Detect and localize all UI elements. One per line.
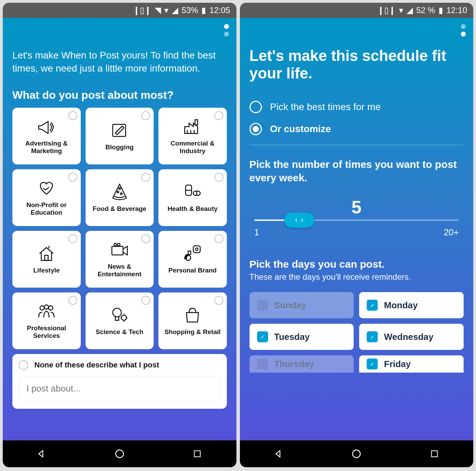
- day-monday[interactable]: ✓Monday: [359, 292, 464, 318]
- category-card-bulb-gear[interactable]: Science & Tech: [86, 292, 154, 349]
- people-icon: [36, 302, 57, 321]
- option-auto[interactable]: Pick the best times for me: [250, 101, 464, 113]
- category-card-megaphone[interactable]: Advertising & Marketing: [12, 108, 81, 164]
- svg-rect-7: [45, 255, 48, 260]
- svg-point-2: [117, 191, 119, 193]
- category-label: Blogging: [106, 143, 134, 151]
- slider-thumb[interactable]: ‹ ›: [284, 213, 314, 228]
- svg-point-15: [44, 305, 49, 310]
- intro-text: Let's make When to Post yours! To find t…: [12, 49, 227, 75]
- svg-point-18: [121, 315, 126, 320]
- day-wednesday[interactable]: ✓Wednesday: [359, 324, 464, 350]
- day-label: Tuesday: [274, 332, 310, 342]
- day-checkbox[interactable]: ✓: [257, 331, 268, 342]
- category-card-camera[interactable]: News & Entertainment: [86, 231, 154, 288]
- day-tuesday[interactable]: ✓Tuesday: [250, 324, 354, 350]
- category-label: Lifestyle: [33, 267, 60, 274]
- category-radio[interactable]: [214, 234, 223, 243]
- none-card[interactable]: None of these describe what I post: [12, 354, 227, 409]
- android-navbar: [240, 440, 474, 467]
- day-checkbox[interactable]: ✓: [367, 331, 378, 342]
- page-dot-1: [461, 24, 466, 29]
- days-caption: These are the days you'll receive remind…: [250, 272, 464, 282]
- category-radio[interactable]: [141, 296, 150, 305]
- battery-text: 52 %: [416, 6, 435, 15]
- category-radio[interactable]: [214, 173, 223, 182]
- social-icon: [182, 244, 203, 263]
- category-radio[interactable]: [141, 111, 150, 120]
- signal-icon: ◢: [407, 6, 413, 15]
- custom-topic-input[interactable]: [19, 376, 221, 401]
- category-card-pills[interactable]: Health & Beauty: [158, 169, 227, 226]
- day-label: Monday: [384, 300, 418, 311]
- page-indicator: [224, 24, 229, 36]
- category-card-pencil-square[interactable]: Blogging: [86, 108, 154, 164]
- svg-point-19: [116, 450, 124, 458]
- category-label: Science & Tech: [96, 328, 143, 336]
- category-card-people[interactable]: Professional Services: [12, 292, 81, 349]
- days-grid: Sunday✓Monday✓Tuesday✓WednesdayThursday✓…: [250, 292, 464, 373]
- category-card-factory[interactable]: Commercial & Industry: [158, 108, 227, 164]
- status-bar: ❙▯❙ ▾ ◢ 52 % ▮ 12:10: [240, 3, 474, 18]
- factory-icon: [182, 117, 203, 136]
- status-bar: ❙▯❙ ◥ ▾ ◢ 53% ▮ 12:05: [3, 3, 236, 18]
- home-button[interactable]: [113, 448, 126, 460]
- bulb-gear-icon: [109, 306, 130, 325]
- day-checkbox[interactable]: [257, 358, 268, 370]
- day-checkbox[interactable]: [257, 300, 268, 311]
- day-thursday[interactable]: Thursday: [250, 355, 354, 373]
- day-checkbox[interactable]: ✓: [367, 300, 378, 311]
- home-button[interactable]: [350, 448, 363, 460]
- phone-left: ❙▯❙ ◥ ▾ ◢ 53% ▮ 12:05 Let's make When to…: [3, 3, 236, 467]
- signal-icon: ◢: [172, 6, 178, 15]
- category-radio[interactable]: [141, 173, 150, 182]
- divider: [250, 145, 464, 145]
- day-label: Wednesday: [384, 332, 433, 342]
- battery-icon: ▮: [439, 6, 443, 15]
- chevron-right-icon: ›: [301, 216, 303, 225]
- svg-rect-22: [431, 451, 437, 457]
- battery-icon: ▮: [201, 6, 206, 15]
- category-radio[interactable]: [141, 234, 150, 243]
- back-button[interactable]: [35, 448, 48, 460]
- category-card-bag[interactable]: Shopping & Retail: [158, 292, 227, 349]
- category-grid: Advertising & MarketingBloggingCommercia…: [12, 108, 227, 349]
- svg-point-17: [113, 308, 121, 317]
- category-card-pizza[interactable]: Food & Beverage: [86, 169, 154, 226]
- vibrate-icon: ❙▯❙: [377, 6, 396, 15]
- day-friday[interactable]: ✓Friday: [359, 355, 464, 373]
- battery-text: 53%: [181, 6, 198, 15]
- schedule-screen: Let's make this schedule fit your life. …: [240, 18, 474, 440]
- category-radio[interactable]: [68, 111, 77, 120]
- recent-button[interactable]: [428, 448, 441, 460]
- phone-right: ❙▯❙ ▾ ◢ 52 % ▮ 12:10 Let's make this sch…: [240, 3, 474, 467]
- post-count-slider[interactable]: 5 ‹ › 1 20+: [254, 197, 459, 238]
- day-sunday[interactable]: Sunday: [250, 292, 354, 318]
- category-label: Commercial & Industry: [161, 140, 224, 155]
- none-radio[interactable]: [19, 360, 28, 370]
- page-dot-2: [224, 32, 229, 36]
- vibrate-icon: ❙▯❙: [133, 6, 151, 15]
- day-label: Thursday: [274, 359, 314, 370]
- svg-point-3: [120, 193, 122, 195]
- category-card-house[interactable]: Lifestyle: [12, 231, 81, 288]
- category-radio[interactable]: [68, 234, 77, 243]
- handshake-heart-icon: [36, 179, 57, 198]
- radio-custom[interactable]: [250, 123, 262, 135]
- svg-point-4: [119, 188, 120, 190]
- category-radio[interactable]: [214, 296, 223, 305]
- svg-rect-8: [112, 246, 123, 255]
- svg-rect-11: [193, 246, 200, 253]
- back-button[interactable]: [273, 448, 285, 460]
- day-checkbox[interactable]: ✓: [367, 358, 378, 370]
- category-radio[interactable]: [68, 173, 77, 182]
- radio-auto[interactable]: [250, 101, 262, 113]
- option-custom[interactable]: Or customize: [250, 123, 464, 135]
- category-card-handshake-heart[interactable]: Non-Profit or Education: [12, 169, 81, 226]
- category-radio[interactable]: [68, 296, 77, 305]
- times-question: Pick the number of times you want to pos…: [250, 158, 464, 184]
- recent-button[interactable]: [191, 448, 203, 460]
- slider-track[interactable]: ‹ ›: [254, 220, 459, 221]
- category-radio[interactable]: [214, 111, 223, 120]
- category-card-social[interactable]: Personal Brand: [158, 231, 227, 288]
